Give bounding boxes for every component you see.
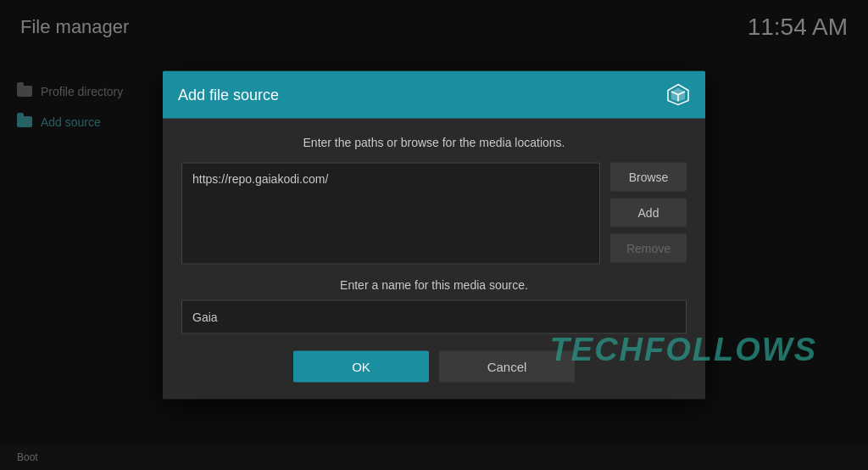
- name-input[interactable]: [192, 311, 676, 324]
- name-input-area[interactable]: [181, 300, 687, 334]
- bottom-hint: Boot: [17, 451, 38, 463]
- dialog-header: Add file source: [163, 71, 705, 119]
- browse-button[interactable]: Browse: [610, 163, 687, 192]
- paths-instruction: Enter the paths or browse for the media …: [181, 136, 687, 149]
- add-button[interactable]: Add: [610, 199, 687, 227]
- dialog-title: Add file source: [178, 86, 279, 104]
- path-input-area[interactable]: https://repo.gaiakodi.com/: [181, 163, 600, 265]
- cancel-button[interactable]: Cancel: [439, 351, 575, 383]
- bottom-bar: Boot: [0, 445, 868, 470]
- path-action-buttons: Browse Add Remove: [610, 163, 687, 265]
- dialog-body: Enter the paths or browse for the media …: [163, 119, 705, 400]
- dialog-action-buttons: OK Cancel: [181, 351, 687, 383]
- add-file-source-dialog: Add file source Enter the paths or brows…: [163, 71, 705, 400]
- remove-button[interactable]: Remove: [610, 234, 687, 263]
- name-instruction: Enter a name for this media source.: [181, 278, 687, 292]
- path-row: https://repo.gaiakodi.com/ Browse Add Re…: [181, 163, 687, 265]
- path-value: https://repo.gaiakodi.com/: [192, 172, 589, 186]
- ok-button[interactable]: OK: [293, 351, 429, 383]
- kodi-icon: [666, 83, 690, 107]
